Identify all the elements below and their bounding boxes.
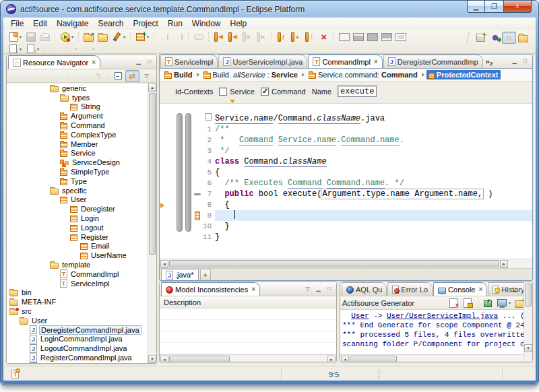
last-edit-location-button[interactable]: ←: [47, 43, 61, 55]
open-perspective-button[interactable]: [474, 32, 488, 44]
dropdown-arrow-icon[interactable]: ▾: [509, 300, 511, 305]
dropdown-arrow-icon[interactable]: ▾: [37, 46, 39, 51]
scrollbar-thumb[interactable]: [350, 356, 397, 362]
previous-template-region-button[interactable]: ◀: [212, 31, 226, 43]
editor-tab-serviceimpl[interactable]: ServiceImpl: [160, 55, 218, 68]
skip-to-brace-button[interactable]: [171, 31, 185, 43]
close-button[interactable]: ×: [503, 1, 532, 13]
clear-console-button[interactable]: [447, 297, 461, 309]
run-generate-button[interactable]: ▾: [58, 31, 75, 43]
tree-item-type[interactable]: Type: [7, 176, 156, 186]
open-folder-button[interactable]: [96, 31, 110, 43]
tree-item-commandimpl[interactable]: CommandImpl: [7, 269, 156, 279]
display-selected-console-button[interactable]: ▾: [495, 297, 513, 309]
menu-edit[interactable]: Edit: [28, 18, 52, 29]
tree-item-username[interactable]: UserName: [7, 251, 156, 260]
tree-item-src[interactable]: src: [7, 306, 156, 316]
dropdown-arrow-icon[interactable]: ▾: [20, 34, 22, 39]
pin-console-button[interactable]: [481, 297, 495, 309]
view-tab-console[interactable]: Console×: [433, 282, 487, 296]
checkbox-command[interactable]: Command: [261, 88, 306, 96]
forward-button[interactable]: →: [77, 70, 91, 82]
menu-run[interactable]: Run: [163, 18, 187, 29]
minimize-view-button[interactable]: ▁: [134, 57, 143, 66]
tree-item-register[interactable]: Register: [7, 232, 156, 242]
tree-item-servicedesign[interactable]: ServiceDesign: [7, 158, 156, 167]
collapse-all-button[interactable]: [111, 70, 125, 82]
scrollbar-thumb[interactable]: [169, 260, 499, 267]
view-tab-resource-navigator[interactable]: Resource Navigator×: [8, 55, 100, 69]
menu-window[interactable]: Window: [187, 18, 226, 29]
editor-tab-userserviceimpl-java[interactable]: UserServiceImpl.java: [218, 55, 307, 68]
tree-item-generic[interactable]: generic: [7, 84, 156, 93]
close-tab-icon[interactable]: ×: [92, 59, 96, 66]
go-up-button[interactable]: ↰: [91, 70, 105, 82]
back-history-button[interactable]: ←▾: [61, 43, 79, 55]
maximize-view-button[interactable]: □: [145, 57, 154, 66]
tree-item-deregistercommandimpl-java[interactable]: DeregisterCommandImpl.java: [7, 325, 156, 335]
menu-help[interactable]: Help: [226, 18, 252, 29]
editor-tab-deregistercommandimp[interactable]: DeregisterCommandImp: [383, 55, 483, 68]
back-button[interactable]: ←: [63, 70, 77, 82]
insert-template-button[interactable]: ▲: [288, 31, 303, 43]
view-tab-aql-qu[interactable]: AQL Qu: [342, 282, 387, 296]
dropdown-arrow-icon[interactable]: ▾: [147, 34, 149, 39]
code-line-7[interactable]: 7 public bool execute(Argument.type.name…: [160, 189, 532, 199]
open-file-button[interactable]: ↗: [82, 31, 96, 43]
code-line-2[interactable]: 2 * Command Service.name.Command.name.: [160, 135, 532, 145]
tree-item-logincommandimpl-java[interactable]: LoginCommandImpl.java: [7, 335, 156, 344]
minimize-button[interactable]: ▁: [467, 1, 485, 13]
model-hscrollbar[interactable]: ◄ ►: [160, 354, 336, 362]
tree-item-user[interactable]: User: [7, 316, 156, 325]
save-button[interactable]: [24, 31, 38, 43]
checkbox-icon[interactable]: [261, 88, 269, 96]
team-synchronizing-perspective-button[interactable]: [488, 32, 502, 44]
breadcrumb-item-protectedcontext[interactable]: ProtectedContext: [426, 70, 501, 79]
tree-item-member[interactable]: Member: [7, 139, 156, 149]
tree-item-service[interactable]: Service: [7, 149, 156, 158]
minimize-view-button[interactable]: ▁: [314, 284, 323, 293]
code-line-5[interactable]: 5{: [160, 167, 532, 178]
goto-template-button[interactable]: ƒ: [274, 31, 288, 43]
next-region-button[interactable]: ▶: [240, 31, 254, 43]
scroll-up-icon[interactable]: ▲: [148, 84, 156, 92]
dropdown-arrow-icon[interactable]: ▾: [75, 46, 77, 51]
tree-item-string[interactable]: String: [7, 102, 156, 112]
tree-item-template[interactable]: template: [7, 260, 156, 269]
close-tab-icon[interactable]: ×: [478, 286, 482, 293]
name-input[interactable]: execute: [338, 86, 377, 97]
tree-item-user[interactable]: User: [7, 195, 156, 205]
scroll-lock-button[interactable]: [461, 297, 475, 309]
scroll-down-icon[interactable]: ▼: [148, 355, 156, 363]
tree-item-types[interactable]: types: [7, 93, 156, 102]
menu-file[interactable]: File: [6, 18, 28, 29]
editor-hscrollbar[interactable]: ◄ ►: [160, 259, 532, 268]
new-model-element-button[interactable]: ▾: [133, 31, 151, 43]
console-output[interactable]: User -> User/UserServiceImpl.java ... (M…: [340, 310, 532, 354]
java-template-page-tab[interactable]: .java*: [161, 269, 199, 280]
new-wizard-button[interactable]: ▾: [6, 31, 24, 43]
layout-bottom-button[interactable]: [379, 31, 393, 43]
scroll-right-icon[interactable]: ►: [500, 260, 508, 268]
console-link[interactable]: User: [351, 312, 369, 320]
maximize-view-button[interactable]: □: [325, 284, 334, 293]
maximize-button[interactable]: ❐: [485, 1, 503, 13]
menu-search[interactable]: Search: [93, 18, 128, 29]
highlight-code-button[interactable]: ▾: [110, 31, 127, 43]
layout-inner-button[interactable]: [393, 31, 408, 43]
previous-annotation-button[interactable]: ↓▾: [6, 43, 24, 55]
view-menu-button[interactable]: [139, 70, 154, 82]
tree-item-complextype[interactable]: ComplexType: [7, 130, 156, 139]
tree-item-argument[interactable]: Argument: [7, 111, 156, 121]
forward-history-button[interactable]: →▾: [79, 43, 96, 55]
scroll-right-icon[interactable]: ►: [327, 356, 336, 363]
dropdown-arrow-icon[interactable]: ▾: [92, 46, 94, 51]
minimize-view-button[interactable]: ▁: [510, 284, 519, 293]
tree-item-userserviceimpl-java[interactable]: UserServiceImpl.java: [7, 362, 156, 363]
checkbox-icon[interactable]: [219, 88, 227, 96]
remove-marker-button[interactable]: [317, 31, 331, 43]
tree-item-specific[interactable]: specific: [7, 186, 156, 195]
view-tab-model-inconsistencies[interactable]: Model Inconsistencies×: [161, 282, 260, 296]
console-link[interactable]: User/UserServiceImpl.java: [387, 312, 498, 320]
checkbox-service[interactable]: Service: [219, 88, 255, 96]
